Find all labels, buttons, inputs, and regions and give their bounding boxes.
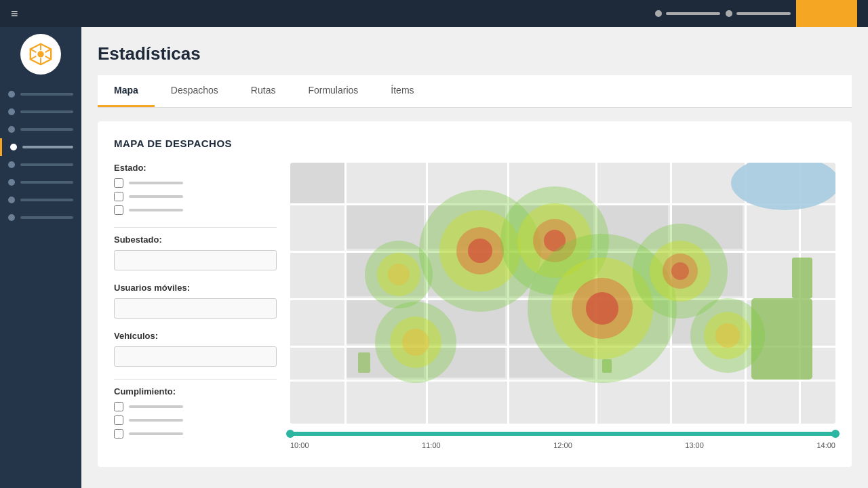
svg-line-4 (31, 49, 37, 52)
sidebar-item-2[interactable] (0, 103, 81, 121)
svg-point-48 (468, 239, 492, 263)
filter-cumplimiento-check-3[interactable] (114, 429, 123, 439)
top-slider-group-2 (726, 10, 791, 17)
filter-estado-row-1 (114, 178, 277, 188)
sidebar-item-7[interactable] (0, 191, 81, 209)
filter-vehiculos-input[interactable] (114, 346, 277, 367)
hamburger-icon[interactable]: ≡ (11, 7, 18, 21)
filter-cumplimiento-check-label-3 (129, 432, 183, 435)
filter-usuarios-input[interactable] (114, 298, 277, 319)
sidebar-line-4 (22, 146, 73, 148)
sidebar-line-3 (20, 128, 73, 131)
filter-cumplimiento-row-3 (114, 429, 277, 439)
sidebar-line-6 (20, 181, 73, 184)
sidebar-dot-1 (8, 91, 15, 98)
filter-divider-2 (114, 379, 277, 380)
sidebar-dot-2 (8, 108, 15, 115)
filter-cumplimiento-check-label-2 (129, 419, 183, 422)
topbar: ≡ (0, 0, 868, 27)
filter-cumplimiento-label: Cumplimiento: (114, 386, 277, 396)
filter-vehiculos-label: Vehículos: (114, 331, 277, 341)
filter-subestado-label: Subestado: (114, 235, 277, 245)
tab-despachos[interactable]: Despachos (155, 75, 235, 107)
timeline-label-1: 11:00 (422, 441, 441, 449)
sidebar-item-5[interactable] (0, 156, 81, 174)
sidebar-line-7 (20, 199, 73, 201)
map-svg (290, 163, 835, 424)
sidebar-line-2 (20, 110, 73, 113)
filter-cumplimiento-check-2[interactable] (114, 415, 123, 425)
filter-divider-1 (114, 227, 277, 228)
svg-rect-21 (347, 205, 424, 249)
top-dot-1 (655, 10, 662, 17)
filter-estado-check-label-1 (129, 182, 183, 184)
sidebar-line-5 (20, 163, 73, 166)
filter-cumplimiento-row-1 (114, 402, 277, 411)
page-title: Estadísticas (98, 43, 852, 64)
sidebar-line-1 (20, 93, 73, 96)
timeline-label-2: 12:00 (553, 441, 572, 449)
tab-mapa[interactable]: Mapa (98, 75, 155, 107)
tab-rutas[interactable]: Rutas (235, 75, 292, 107)
filter-cumplimiento-row-2 (114, 415, 277, 425)
map-section: Estado: (114, 163, 835, 451)
timeline-label-4: 14:00 (816, 441, 835, 449)
content-area: Estadísticas Mapa Despachos Rutas Formul… (81, 27, 868, 488)
timeline-thumb-left[interactable] (286, 430, 294, 438)
sidebar-item-6[interactable] (0, 174, 81, 191)
logo[interactable] (20, 34, 61, 75)
sidebar-dot-8 (8, 214, 15, 221)
sidebar (0, 27, 81, 488)
sidebar-dot-6 (8, 179, 15, 186)
filter-estado-label: Estado: (114, 163, 277, 173)
card-title: MAPA DE DESPACHOS (114, 138, 835, 149)
filter-group-estado: Estado: (114, 163, 277, 215)
main-layout: Estadísticas Mapa Despachos Rutas Formul… (0, 27, 868, 488)
tab-items[interactable]: Ítems (374, 75, 430, 107)
map-area: 10:00 11:00 12:00 13:00 14:00 (290, 163, 835, 451)
timeline-track[interactable] (290, 432, 835, 436)
timeline-label-0: 10:00 (290, 441, 309, 449)
sidebar-item-1[interactable] (0, 85, 81, 103)
filter-estado-check-1[interactable] (114, 178, 123, 188)
filter-group-subestado: Subestado: (114, 235, 277, 270)
timeline-thumb-right[interactable] (831, 430, 840, 438)
map-card: MAPA DE DESPACHOS Estado: (98, 121, 852, 467)
top-slider-bar-1[interactable] (666, 12, 720, 15)
filter-estado-check-3[interactable] (114, 205, 123, 215)
timeline-labels: 10:00 11:00 12:00 13:00 14:00 (290, 440, 835, 451)
sidebar-item-4[interactable] (0, 138, 81, 156)
sidebar-item-3[interactable] (0, 121, 81, 138)
filter-usuarios-label: Usuarios móviles: (114, 283, 277, 293)
svg-line-6 (45, 49, 52, 52)
sidebar-dot-4 (10, 144, 17, 150)
svg-rect-14 (344, 163, 347, 424)
filter-estado-row-3 (114, 205, 277, 215)
map-canvas (290, 163, 835, 424)
filter-group-usuarios: Usuarios móviles: (114, 283, 277, 319)
top-slider-bar-2[interactable] (736, 12, 791, 15)
top-orange-button[interactable] (796, 0, 857, 27)
top-controls (655, 10, 791, 17)
filter-subestado-input[interactable] (114, 250, 277, 270)
svg-point-63 (671, 262, 689, 280)
sidebar-line-8 (20, 216, 73, 219)
tabs-bar: Mapa Despachos Rutas Formularios Ítems (98, 75, 852, 108)
filter-estado-row-2 (114, 192, 277, 201)
filter-estado-check-2[interactable] (114, 192, 123, 201)
svg-point-1 (37, 51, 44, 58)
filter-cumplimiento-check-1[interactable] (114, 402, 123, 411)
sidebar-item-8[interactable] (0, 209, 81, 226)
tab-formularios[interactable]: Formularios (292, 75, 374, 107)
timeline-area: 10:00 11:00 12:00 13:00 14:00 (290, 424, 835, 451)
sidebar-dot-3 (8, 126, 15, 133)
svg-line-5 (45, 56, 52, 60)
timeline-fill (290, 432, 835, 436)
top-dot-2 (726, 10, 732, 17)
filter-cumplimiento-check-label-1 (129, 405, 183, 408)
svg-point-59 (402, 329, 429, 356)
logo-icon (28, 41, 54, 67)
svg-rect-39 (290, 163, 344, 203)
filter-estado-check-label-3 (129, 209, 183, 211)
svg-point-66 (715, 323, 740, 348)
